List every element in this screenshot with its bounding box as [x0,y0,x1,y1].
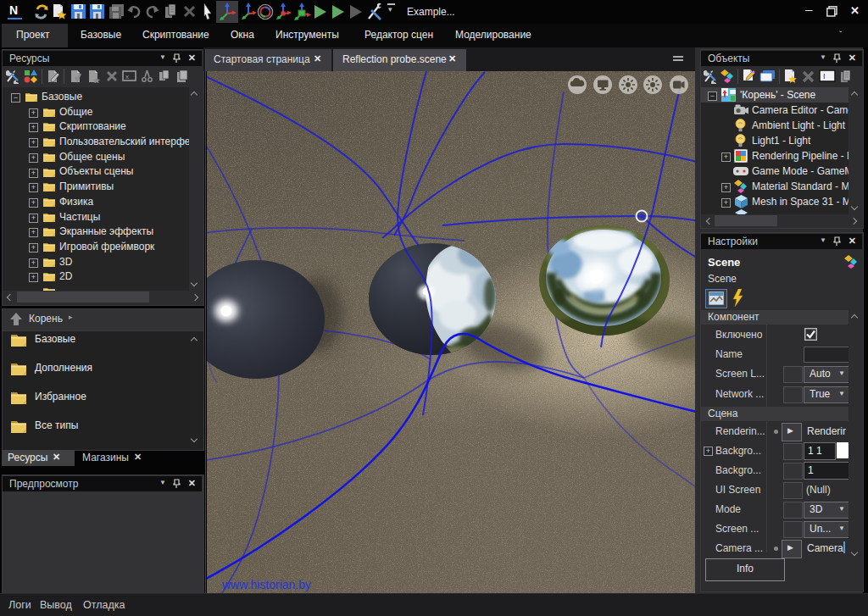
svg-text:x: x [125,73,129,80]
svg-text:www.historian.by: www.historian.by [221,578,311,591]
svg-text:I: I [823,72,826,80]
